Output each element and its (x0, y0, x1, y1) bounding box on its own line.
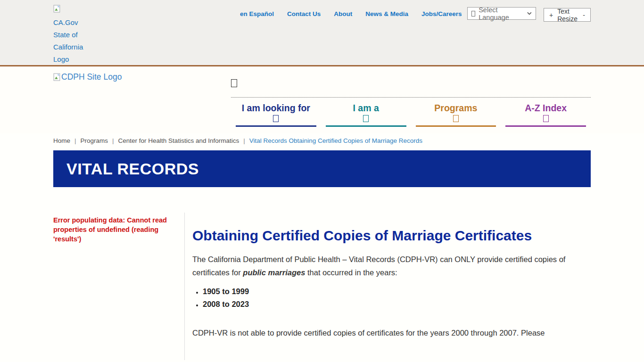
public-marriages-emphasis: public marriages (243, 268, 305, 277)
breadcrumb-programs[interactable]: Programs (81, 137, 108, 144)
ca-gov-logo[interactable]: CA.Gov State of California Logo (53, 4, 86, 66)
sidebar-error-message: Error populating data: Cannot read prope… (53, 215, 179, 244)
cdph-site-logo[interactable]: CDPH Site Logo (53, 72, 122, 82)
breadcrumb-current-page[interactable]: Vital Records Obtaining Certified Copies… (249, 137, 422, 144)
breadcrumb: Home | Programs | Center for Health Stat… (53, 137, 591, 144)
page-title-banner: VITAL RECORDS (53, 150, 591, 187)
missing-glyph-icon (471, 11, 475, 16)
cdph-logo-alt-text: CDPH Site Logo (61, 72, 122, 82)
chevron-missing-glyph-icon (363, 115, 369, 122)
nav-tab-underline (416, 125, 496, 127)
chevron-missing-glyph-icon (453, 115, 459, 122)
content-area: Error populating data: Cannot read prope… (53, 187, 591, 360)
list-item-years-1: 1905 to 1999 (203, 285, 591, 298)
broken-image-icon (53, 73, 61, 82)
text-resize-increase-button[interactable]: + (549, 11, 553, 19)
nav-link-en-espanol[interactable]: en Español (240, 10, 274, 17)
page-title: VITAL RECORDS (66, 160, 199, 178)
nav-link-contact-us[interactable]: Contact Us (287, 10, 321, 17)
chevron-down-icon (527, 12, 532, 15)
nav-tab-underline (236, 125, 316, 127)
nav-link-news-media[interactable]: News & Media (365, 10, 408, 17)
left-sidebar: Error populating data: Cannot read prope… (53, 187, 184, 360)
nav-tab-a-z-index[interactable]: A-Z Index (505, 103, 586, 127)
utility-nav: en Español Contact Us About News & Media… (240, 10, 462, 17)
chevron-missing-glyph-icon (543, 115, 549, 122)
nav-tab-i-am-a[interactable]: I am a (326, 103, 406, 127)
text-resize-decrease-button[interactable]: - (583, 11, 585, 19)
nav-tab-i-am-looking-for[interactable]: I am looking for (236, 103, 316, 127)
breadcrumb-home[interactable]: Home (53, 137, 70, 144)
language-select-label: Select Language (479, 6, 524, 21)
nav-tab-underline (505, 125, 586, 127)
mega-nav: I am looking for I am a Programs A-Z Ind… (231, 66, 591, 127)
text-resize-label: Text Resize (557, 8, 578, 23)
chevron-missing-glyph-icon (273, 115, 279, 122)
note-paragraph: CDPH-VR is not able to provide certified… (192, 326, 591, 339)
broken-image-icon (53, 4, 61, 16)
nav-link-jobs-careers[interactable]: Jobs/Careers (421, 10, 462, 17)
text-resize-control: + Text Resize - (544, 8, 591, 22)
utility-header: CA.Gov State of California Logo en Españ… (0, 0, 644, 66)
nav-link-about[interactable]: About (334, 10, 352, 17)
nav-dotted-divider (231, 97, 591, 98)
intro-paragraph: The California Department of Public Heal… (192, 253, 591, 279)
list-item-years-2: 2008 to 2023 (203, 298, 591, 311)
nav-tab-underline (326, 125, 406, 127)
nav-toggle-missing-glyph-icon[interactable] (231, 79, 237, 87)
language-select-dropdown[interactable]: Select Language (467, 7, 536, 20)
nav-tab-programs[interactable]: Programs (416, 103, 496, 127)
breadcrumb-chsi[interactable]: Center for Health Statistics and Informa… (118, 137, 239, 144)
logo-alt-text: CA.Gov (53, 16, 86, 29)
site-header: CDPH Site Logo I am looking for I am a P… (0, 66, 644, 133)
years-list: 1905 to 1999 2008 to 2023 (203, 285, 591, 310)
main-content: Obtaining Certified Copies of Marriage C… (185, 187, 591, 360)
article-heading: Obtaining Certified Copies of Marriage C… (192, 224, 591, 247)
